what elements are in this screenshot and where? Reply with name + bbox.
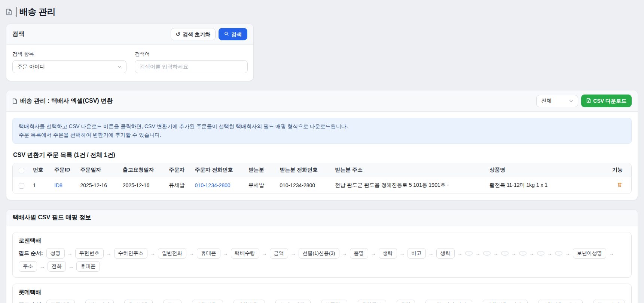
converter-card-title: 배송 관리 : 택배사 엑셀(CSV) 변환 bbox=[20, 97, 113, 105]
arrow-right-icon: → bbox=[150, 250, 155, 256]
field-pill: 휴대폰 bbox=[76, 261, 100, 272]
orders-table-head-row: 번호주문ID주문일자출고요청일자주문자주문자 전화번호받는분받는분 전화번호받는… bbox=[13, 163, 631, 177]
empty-field-pill bbox=[465, 251, 473, 256]
carrier-name: 롯데택배 bbox=[19, 289, 625, 296]
column-header: 출고요청일자 bbox=[119, 163, 165, 177]
column-header: 상품명 bbox=[486, 163, 608, 177]
field-pill: 전화번호2 bbox=[234, 300, 265, 303]
search-field-label: 검색 항목 bbox=[12, 51, 126, 58]
field-pill: 우편번호 bbox=[124, 300, 153, 303]
row-checkbox[interactable] bbox=[19, 183, 24, 189]
empty-field-pill bbox=[555, 251, 562, 256]
converter-card-body: 택배회사를 선택하고 CSV 다운로드 버튼을 클릭하면, CSV 변환기에 추… bbox=[6, 112, 638, 200]
search-reset-label: 검색 초기화 bbox=[183, 32, 210, 37]
text-cursor bbox=[16, 7, 16, 17]
field-order-label: 필드 순서: bbox=[19, 302, 43, 303]
order-id-link[interactable]: ID8 bbox=[54, 182, 62, 188]
csv-download-button[interactable]: CSV 다운로드 bbox=[581, 95, 632, 107]
search-reset-button[interactable]: ↺ 검색 초기화 bbox=[171, 28, 216, 40]
field-pill: 주소(지정) bbox=[593, 300, 625, 303]
arrow-right-icon: → bbox=[342, 250, 347, 256]
document-icon bbox=[12, 98, 17, 104]
field-pill: 비고 bbox=[408, 248, 426, 259]
search-submit-label: 검색 bbox=[231, 32, 242, 37]
table-row: 1ID82025-12-162025-12-16유세발010-1234-2800… bbox=[13, 177, 631, 194]
carrier-card: 롯데택배필드 순서:주문번호→받는사람→우편번호→주소→전화번호1→전화번호2→… bbox=[12, 284, 632, 303]
search-card-body: 검색 항목 주문 아이디 검색어 검색어를 입력하세요 bbox=[6, 45, 253, 81]
field-pill: 상품명1 bbox=[321, 300, 347, 303]
search-submit-button[interactable]: 검색 bbox=[219, 28, 247, 40]
arrow-right-icon: → bbox=[400, 250, 405, 256]
trash-icon bbox=[617, 183, 622, 189]
mapping-card-header: 택배사별 CSV 필드 매핑 정보 bbox=[6, 210, 638, 226]
select-all-checkbox[interactable] bbox=[19, 168, 24, 173]
field-pill: 운임 bbox=[397, 300, 415, 303]
chevron-down-icon bbox=[117, 65, 122, 68]
row-number: 1 bbox=[33, 182, 36, 188]
field-pill: 택배수량 bbox=[231, 248, 259, 259]
field-pill: 생략 bbox=[436, 248, 455, 259]
receiver-address: 전남 완도군 완도읍 청해진동로 5 101동 1901호 - bbox=[335, 182, 449, 188]
column-header: 주문일자 bbox=[76, 163, 119, 177]
delete-row-button[interactable] bbox=[616, 181, 623, 189]
orderer-phone-link[interactable]: 010-1234-2800 bbox=[195, 182, 231, 188]
info-line-2: 주문 목록에서 주문을 선택하여 변환기에 추가할 수 있습니다. bbox=[19, 131, 625, 139]
csv-download-label: CSV 다운로드 bbox=[593, 98, 626, 103]
orders-table: 번호주문ID주문일자출고요청일자주문자주문자 전화번호받는분받는분 전화번호받는… bbox=[13, 163, 631, 194]
field-pill: 받는사람 bbox=[85, 300, 114, 303]
orders-table-wrap: 번호주문ID주문일자출고요청일자주문자주문자 전화번호받는분받는분 전화번호받는… bbox=[12, 163, 632, 194]
arrow-right-icon: → bbox=[529, 250, 534, 256]
arrow-right-icon: → bbox=[68, 263, 74, 269]
carrier-select-value: 전체 bbox=[541, 98, 552, 104]
search-keyword-placeholder: 검색어를 입력하세요 bbox=[140, 64, 188, 70]
arrow-right-icon: → bbox=[223, 250, 228, 256]
column-header: 주문자 전화번호 bbox=[191, 163, 245, 177]
converter-info-box: 택배회사를 선택하고 CSV 다운로드 버튼을 클릭하면, CSV 변환기에 추… bbox=[12, 118, 632, 144]
arrow-right-icon: → bbox=[291, 250, 296, 256]
field-pill: 수하인주소 bbox=[114, 248, 148, 259]
arrow-right-icon: → bbox=[106, 250, 112, 256]
field-order-row: 필드 순서:주문번호→받는사람→우편번호→주소→전화번호1→전화번호2→수량(A… bbox=[19, 300, 625, 303]
field-pill: 생략 bbox=[379, 248, 397, 259]
column-header: 받는분 주소 bbox=[331, 163, 486, 177]
order-date: 2025-12-16 bbox=[80, 182, 107, 188]
empty-field-pill bbox=[483, 251, 491, 256]
empty-field-pill bbox=[519, 251, 527, 256]
csv-converter-card: 배송 관리 : 택배사 엑셀(CSV) 변환 전체 CSV 다운로드 bbox=[6, 90, 638, 200]
orderer-name: 유세발 bbox=[169, 182, 184, 188]
arrow-right-icon: → bbox=[67, 250, 73, 256]
mapping-card-title: 택배사별 CSV 필드 매핑 정보 bbox=[12, 214, 91, 222]
field-pill: 보내는사람(지정) bbox=[425, 300, 473, 303]
page-title: 배송 관리 bbox=[19, 6, 55, 18]
receiver-name: 유세발 bbox=[248, 182, 264, 188]
search-keyword-input[interactable]: 검색어를 입력하세요 bbox=[135, 60, 248, 73]
arrow-right-icon: → bbox=[609, 250, 614, 256]
info-line-1: 택배회사를 선택하고 CSV 다운로드 버튼을 클릭하면, CSV 변환기에 추… bbox=[19, 122, 625, 131]
column-header: 번호 bbox=[29, 163, 51, 177]
empty-field-pill bbox=[501, 251, 509, 256]
magnifier-icon bbox=[224, 31, 229, 37]
field-pill: 일반전화 bbox=[158, 248, 186, 259]
delivery-management-page: 배송 관리 검색 ↺ 검색 초기화 검색 bbox=[0, 0, 644, 303]
search-card-title: 검색 bbox=[12, 30, 24, 38]
column-header: 주문ID bbox=[51, 163, 76, 177]
arrow-right-icon: → bbox=[511, 250, 516, 256]
file-icon bbox=[586, 98, 591, 104]
field-pill: 전화번호1(지정) bbox=[483, 300, 528, 303]
arrow-right-icon: → bbox=[565, 250, 570, 256]
field-pill: 금액 bbox=[270, 248, 288, 259]
carrier-select[interactable]: 전체 bbox=[536, 95, 578, 107]
empty-field-pill bbox=[537, 251, 544, 256]
field-pill: 운임구분 bbox=[358, 300, 386, 303]
search-field-selected-value: 주문 아이디 bbox=[17, 64, 45, 70]
field-order-row: 필드 순서:성명→우편번호→수하인주소→일반전화→휴대폰→택배수량→금액→선불(… bbox=[19, 248, 625, 272]
carrier-name: 로젠택배 bbox=[19, 237, 625, 244]
converter-card-header: 배송 관리 : 택배사 엑셀(CSV) 변환 전체 CSV 다운로드 bbox=[6, 90, 638, 112]
search-field-select[interactable]: 주문 아이디 bbox=[12, 60, 126, 73]
column-header: 주문자 bbox=[165, 163, 191, 177]
field-pill: 전화번호1 bbox=[192, 300, 223, 303]
search-card-header: 검색 ↺ 검색 초기화 검색 bbox=[6, 24, 253, 45]
column-header: 받는분 전화번호 bbox=[276, 163, 331, 177]
receiver-phone: 010-1234-2800 bbox=[280, 182, 315, 188]
reset-circular-arrow-icon: ↺ bbox=[176, 31, 181, 37]
